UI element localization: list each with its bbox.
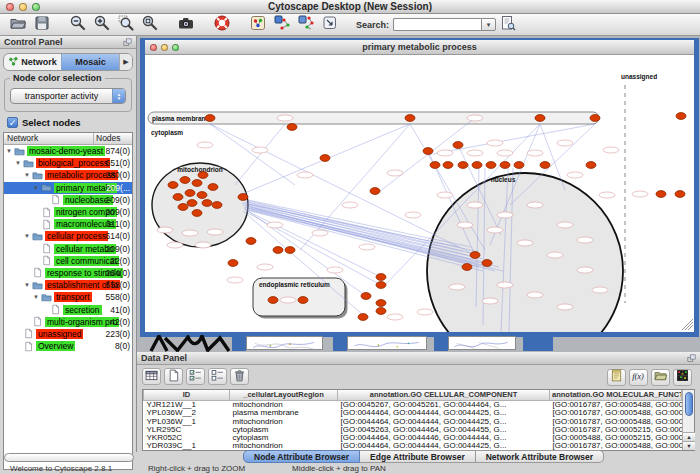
function-builder-button[interactable]: f(x) (629, 369, 648, 386)
tree-item-establishment-of-lo[interactable]: ▼establishment of lo558(0) (4, 279, 132, 291)
tree-item-biological-process[interactable]: ▼biological_process651(0) (4, 157, 132, 169)
network-node[interactable] (228, 260, 238, 267)
column-header[interactable]: _cellularLayoutRegion (230, 390, 338, 401)
column-header[interactable]: annotation.GO CELLULAR_COMPONENT (338, 390, 550, 401)
expand-arrow-icon[interactable]: ▼ (24, 282, 32, 288)
network-node[interactable] (405, 115, 415, 122)
network-node[interactable] (376, 308, 386, 315)
attribute-batch-button[interactable] (673, 369, 692, 386)
network-node[interactable] (443, 162, 453, 169)
tree-item-cell-communicat[interactable]: cell communicat22(0) (4, 255, 132, 267)
tree-item-primary-metabo[interactable]: ▼primary metabo209(... (4, 182, 132, 194)
network-node[interactable] (285, 247, 295, 254)
search-input[interactable] (393, 18, 481, 31)
table-row[interactable]: YLR295Ccytoplasm[GO:0045263, GO:0044464,… (144, 426, 682, 434)
network-node[interactable] (192, 210, 202, 217)
open-button[interactable] (6, 15, 30, 35)
network-node[interactable] (205, 115, 215, 122)
network-node[interactable] (675, 191, 685, 198)
new-attribute-button[interactable] (164, 368, 183, 385)
tree-item-cellular-metabo[interactable]: cellular metabo209(0) (4, 243, 132, 255)
zoom-fit-button[interactable] (138, 15, 162, 35)
table-row[interactable]: YDR039C__1mitochondrion[GO:0044464, GO:0… (144, 442, 682, 449)
tab-node-attribute-browser[interactable]: Node Attribute Browser (243, 450, 360, 463)
expand-arrow-icon[interactable]: ▼ (15, 160, 23, 166)
zoom-in-button[interactable] (90, 15, 114, 35)
tree-item-unassigned[interactable]: unassigned223(0) (4, 328, 132, 340)
network-node[interactable] (656, 191, 666, 198)
network-node[interactable] (453, 142, 463, 149)
scrollbar-thumb[interactable] (685, 392, 693, 416)
network-node[interactable] (514, 162, 524, 169)
tree-item-secretion[interactable]: secretion41(0) (4, 303, 132, 315)
network-node[interactable] (540, 162, 550, 169)
tree-item-response-to-stimulu[interactable]: response to stimulu264(0) (4, 267, 132, 279)
network-node[interactable] (298, 297, 308, 304)
table-row[interactable]: YPL036W__2plasma membrane[GO:0044464, GO… (144, 409, 682, 417)
attribute-matrix-button[interactable] (142, 368, 161, 385)
tree-item-mosaic-demo-yeast[interactable]: ▼mosaic-demo-yeast874(0) (4, 145, 132, 157)
tree-item-transport[interactable]: ▼transport558(0) (4, 291, 132, 303)
network-node[interactable] (458, 162, 468, 169)
network-node[interactable] (590, 115, 600, 122)
network-node[interactable] (376, 274, 386, 281)
expand-arrow-icon[interactable]: ▼ (24, 233, 32, 239)
select-nodes-checkbox[interactable]: ✓ (7, 117, 18, 128)
network-node[interactable] (486, 162, 496, 169)
annotation-import-button[interactable] (607, 369, 626, 386)
background-window-thumbnail[interactable] (448, 336, 516, 350)
network-node[interactable] (192, 180, 202, 187)
network-node[interactable] (178, 204, 188, 211)
network-node[interactable] (358, 314, 368, 321)
expand-arrow-icon[interactable]: ▼ (24, 172, 32, 178)
tab-edge-attribute-browser[interactable]: Edge Attribute Browser (360, 450, 476, 463)
network-node[interactable] (202, 200, 212, 207)
unselect-attributes-button[interactable] (208, 368, 227, 385)
column-header[interactable]: ID (144, 390, 230, 401)
tree-item-multi-organism-pro[interactable]: multi-organism pro42(0) (4, 316, 132, 328)
network-node[interactable] (268, 297, 278, 304)
network-node[interactable] (208, 184, 218, 191)
background-window-edge[interactable] (434, 335, 448, 351)
network-node[interactable] (173, 194, 183, 201)
network-node[interactable] (482, 260, 492, 267)
expand-arrow-icon[interactable]: ▼ (33, 294, 41, 300)
snapshot-button[interactable] (174, 15, 198, 35)
layout-b-button[interactable] (294, 15, 318, 35)
network-node[interactable] (676, 113, 686, 120)
tab-network[interactable]: Network (4, 54, 61, 70)
float-panel-icon[interactable] (686, 353, 697, 364)
network-node[interactable] (370, 188, 380, 195)
background-window-thumbnail[interactable] (347, 336, 427, 350)
network-node[interactable] (500, 162, 510, 169)
table-row[interactable]: YPL036W__1mitochondrion[GO:0044464, GO:0… (144, 418, 682, 426)
network-node[interactable] (212, 202, 222, 209)
save-button[interactable] (30, 15, 54, 35)
network-node[interactable] (423, 148, 433, 155)
tree-item-cellular-process[interactable]: ▼cellular process614(0) (4, 230, 132, 242)
layout-a-button[interactable] (270, 15, 294, 35)
network-canvas[interactable]: plasma membranecytoplasmmitochondrionnuc… (145, 55, 694, 332)
background-window-edge[interactable] (523, 335, 553, 351)
select-attributes-button[interactable] (186, 368, 205, 385)
network-node[interactable] (361, 293, 371, 300)
network-node[interactable] (470, 252, 480, 259)
network-node[interactable] (187, 200, 197, 207)
vizmapper-button[interactable] (246, 15, 270, 35)
help-button[interactable] (210, 15, 234, 35)
network-node[interactable] (197, 192, 207, 199)
network-node[interactable] (535, 115, 545, 122)
tree-item-metabolic-process[interactable]: ▼metabolic process280(0) (4, 169, 132, 181)
tree-item-nucleobase-[interactable]: nucleobase-209(0) (4, 194, 132, 206)
network-node[interactable] (472, 162, 482, 169)
tab-network-attribute-browser[interactable]: Network Attribute Browser (476, 450, 604, 463)
network-node[interactable] (185, 190, 195, 197)
tree-item-overview[interactable]: Overview8(0) (4, 340, 132, 352)
search-config-button[interactable] (496, 15, 520, 35)
network-node[interactable] (168, 182, 178, 189)
network-node[interactable] (586, 162, 596, 169)
tree-item-macromolecule[interactable]: macromolecule311(0) (4, 218, 132, 230)
float-panel-icon[interactable] (122, 37, 133, 48)
network-node[interactable] (376, 300, 386, 307)
import-attributes-button[interactable] (651, 369, 670, 386)
